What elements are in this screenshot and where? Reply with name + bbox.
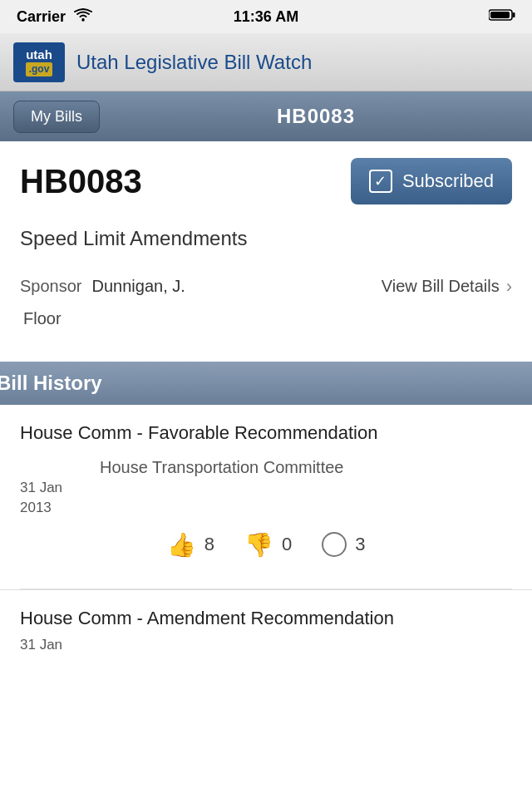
utah-text: utah bbox=[26, 47, 52, 62]
dislike-count: 0 bbox=[282, 534, 292, 555]
subscribed-button[interactable]: ✓ Subscribed bbox=[351, 158, 512, 204]
nav-bar: My Bills HB0083 bbox=[0, 91, 532, 141]
history-text-block: House Comm - Favorable Recommendation bbox=[20, 421, 512, 451]
svg-rect-2 bbox=[513, 12, 515, 17]
like-count: 8 bbox=[204, 534, 214, 555]
battery-icon bbox=[489, 8, 515, 26]
sponsor-info: Sponsor Dunnigan, J. bbox=[20, 277, 185, 296]
history-list: House Comm - Favorable Recommendation 31… bbox=[0, 405, 532, 655]
bill-description: Speed Limit Amendments bbox=[20, 224, 512, 253]
svg-rect-3 bbox=[490, 12, 510, 18]
reactions-row: 👍 8 👎 0 3 bbox=[20, 518, 512, 572]
sponsor-name: Dunnigan, J. bbox=[92, 277, 185, 296]
status-bar: Carrier 11:36 AM bbox=[0, 0, 532, 33]
history-item: House Comm - Favorable Recommendation 31… bbox=[20, 405, 512, 589]
bill-number: HB0083 bbox=[20, 163, 142, 200]
floor-location: Floor bbox=[20, 309, 512, 328]
gov-text: .gov bbox=[26, 62, 53, 76]
app-header: utah .gov Utah Legislative Bill Watch bbox=[0, 33, 532, 91]
svg-point-0 bbox=[81, 18, 85, 22]
history-date: 31 Jan 2013 bbox=[20, 458, 86, 517]
subscribed-label: Subscribed bbox=[402, 170, 494, 192]
history-item-header: House Comm - Favorable Recommendation bbox=[20, 421, 512, 451]
history-committee: House Transportation Committee bbox=[100, 458, 343, 477]
thumbs-up-reaction[interactable]: 👍 8 bbox=[167, 531, 214, 559]
thumbs-down-icon: 👎 bbox=[244, 531, 273, 559]
wifi-icon bbox=[74, 8, 92, 26]
sponsor-row: Sponsor Dunnigan, J. View Bill Details › bbox=[20, 276, 512, 298]
subscribed-checkbox-icon: ✓ bbox=[369, 170, 392, 193]
view-bill-details-button[interactable]: View Bill Details › bbox=[382, 276, 512, 298]
chevron-right-icon: › bbox=[506, 276, 512, 298]
carrier-label: Carrier bbox=[17, 8, 66, 26]
main-content: HB0083 ✓ Subscribed Speed Limit Amendmen… bbox=[0, 141, 532, 362]
nav-bill-id: HB0083 bbox=[113, 105, 519, 128]
my-bills-button[interactable]: My Bills bbox=[13, 101, 100, 133]
history-date-2: 31 Jan bbox=[20, 635, 86, 655]
comments-reaction[interactable]: 3 bbox=[322, 532, 365, 557]
comment-count: 3 bbox=[355, 534, 365, 555]
history-action: House Comm - Favorable Recommendation bbox=[20, 421, 512, 446]
history-action-2: House Comm - Amendment Recommendation bbox=[20, 607, 512, 631]
utah-logo: utah .gov bbox=[13, 42, 65, 82]
sponsor-label: Sponsor bbox=[20, 277, 82, 296]
app-title: Utah Legislative Bill Watch bbox=[76, 51, 312, 74]
history-item-2: House Comm - Amendment Recommendation 31… bbox=[20, 590, 512, 655]
bill-history-header: Bill History bbox=[0, 362, 532, 405]
thumbs-down-reaction[interactable]: 👎 0 bbox=[244, 531, 292, 559]
view-bill-details-label: View Bill Details bbox=[382, 277, 500, 296]
bill-history-title: Bill History bbox=[0, 372, 532, 395]
comment-bubble-icon bbox=[322, 532, 347, 557]
thumbs-up-icon: 👍 bbox=[167, 531, 196, 559]
time-display: 11:36 AM bbox=[234, 8, 298, 26]
bill-header-row: HB0083 ✓ Subscribed bbox=[20, 158, 512, 204]
